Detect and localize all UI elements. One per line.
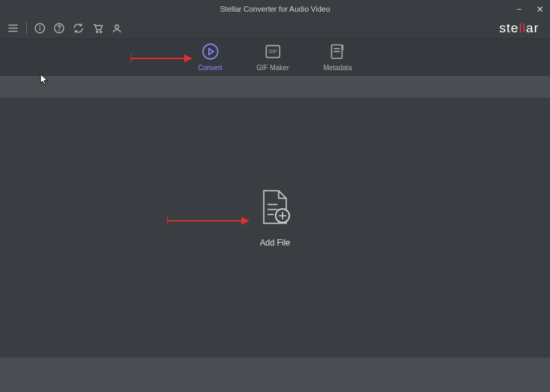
ribbon-spacer [0,76,550,98]
footer [0,358,550,392]
refresh-icon[interactable] [69,19,87,37]
minimize-button[interactable]: − [509,0,529,18]
gif-icon: GIF [264,43,282,62]
tab-metadata[interactable]: Metadata [323,43,352,72]
svg-text:GIF: GIF [268,48,277,54]
svg-point-10 [115,25,118,28]
info-icon[interactable] [31,19,49,37]
add-file-icon [255,187,295,230]
window-title: Stellar Converter for Audio Video [220,5,330,13]
titlebar: Stellar Converter for Audio Video − ✕ [0,0,550,18]
menu-icon[interactable] [4,19,22,37]
add-file-label: Add File [260,238,290,248]
tab-label: Convert [198,64,222,72]
tab-gifmaker[interactable]: GIF GIF Maker [256,43,289,72]
tab-label: GIF Maker [256,64,289,72]
toolbar: stellar [0,18,550,39]
close-button[interactable]: ✕ [529,0,550,18]
user-icon[interactable] [108,19,126,37]
brand-logo: stellar [499,21,546,36]
help-icon[interactable] [50,19,68,37]
svg-point-9 [100,31,101,32]
svg-marker-12 [208,49,213,55]
window-controls: − ✕ [509,0,550,18]
cart-icon[interactable] [89,19,107,37]
metadata-icon [329,43,346,62]
main-content: Add File [0,98,550,358]
svg-point-7 [59,30,60,31]
tab-convert[interactable]: Convert [198,43,222,72]
tabstrip: Convert GIF GIF Maker Metadata [0,39,550,76]
svg-point-5 [40,26,41,27]
svg-point-11 [203,44,218,59]
divider [26,22,27,34]
tab-label: Metadata [323,64,352,72]
play-circle-icon [201,43,219,62]
add-file-button[interactable]: Add File [255,187,295,248]
svg-point-8 [96,31,98,32]
toolbar-left [4,19,126,37]
